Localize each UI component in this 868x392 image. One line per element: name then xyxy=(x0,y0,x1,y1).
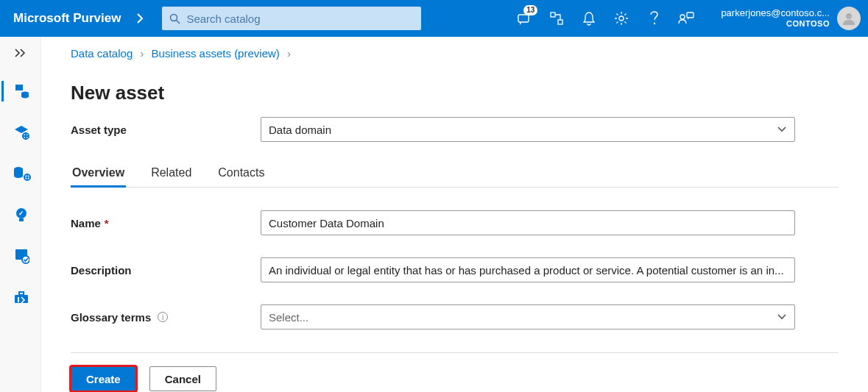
asset-type-row: Asset type Data domain xyxy=(71,112,839,147)
footer: Create Cancel xyxy=(41,353,868,391)
app-title: Microsoft Purview xyxy=(0,11,131,26)
glossary-select[interactable]: Select... xyxy=(261,304,795,329)
breadcrumb-sep-2: › xyxy=(287,47,291,60)
glossary-placeholder: Select... xyxy=(269,311,308,324)
asset-type-label: Asset type xyxy=(71,124,261,136)
toolbox-icon xyxy=(13,289,30,305)
search-icon xyxy=(169,13,180,24)
top-header: Microsoft Purview 13 parkerjon xyxy=(0,0,868,37)
directory-icon xyxy=(549,11,564,26)
svg-rect-23 xyxy=(15,295,28,303)
svg-rect-19 xyxy=(19,218,24,221)
info-icon[interactable]: i xyxy=(158,312,168,322)
account-button[interactable]: parkerjones@contoso.c... CONTOSO xyxy=(721,7,861,30)
svg-rect-25 xyxy=(18,297,19,302)
user-icon xyxy=(841,10,857,26)
tab-overview[interactable]: Overview xyxy=(71,160,126,187)
notification-badge: 13 xyxy=(523,5,537,15)
svg-point-0 xyxy=(171,14,177,21)
chevron-down-icon xyxy=(777,126,787,133)
nav-item-catalog[interactable] xyxy=(6,78,35,104)
form: Asset type Data domain Overview Related … xyxy=(41,104,868,335)
avatar xyxy=(837,7,861,30)
svg-rect-24 xyxy=(19,292,24,295)
chevron-double-right-icon xyxy=(14,49,27,57)
search-box[interactable] xyxy=(162,7,421,30)
help-button[interactable] xyxy=(646,10,662,26)
nav-item-management[interactable] xyxy=(6,284,35,310)
main-content: Data catalog › Business assets (preview)… xyxy=(41,37,868,392)
feedback-button[interactable] xyxy=(678,10,694,26)
user-text: parkerjones@contoso.c... CONTOSO xyxy=(721,7,830,29)
tenant-name: CONTOSO xyxy=(721,18,830,29)
nav-item-map[interactable] xyxy=(6,119,35,146)
svg-line-1 xyxy=(177,20,180,24)
description-label: Description xyxy=(71,264,261,277)
name-row: Name* Customer Data Domain xyxy=(71,205,839,240)
asset-type-select[interactable]: Data domain xyxy=(261,117,795,142)
feedback-icon xyxy=(678,11,694,26)
svg-text:✓: ✓ xyxy=(18,210,24,217)
nav-expand-button[interactable] xyxy=(6,43,35,63)
body: ✓ Data catalog › Business assets (previe… xyxy=(0,37,868,392)
nav-item-policy[interactable] xyxy=(6,243,35,269)
svg-point-22 xyxy=(22,256,29,263)
description-row: Description An individual or legal entit… xyxy=(71,252,839,288)
left-nav: ✓ xyxy=(0,37,41,392)
bell-icon xyxy=(582,11,596,26)
svg-point-5 xyxy=(619,16,624,21)
svg-marker-11 xyxy=(15,126,28,133)
svg-point-6 xyxy=(654,23,655,24)
user-email: parkerjones@contoso.c... xyxy=(721,7,830,18)
svg-rect-8 xyxy=(687,13,694,18)
chevron-right-icon xyxy=(136,13,144,24)
lightbulb-icon: ✓ xyxy=(13,206,29,224)
svg-rect-3 xyxy=(551,13,555,17)
breadcrumb: Data catalog › Business assets (preview)… xyxy=(41,47,868,60)
page-title: New asset xyxy=(41,60,868,104)
cancel-button[interactable]: Cancel xyxy=(149,366,216,391)
create-button[interactable]: Create xyxy=(71,366,136,391)
svg-point-7 xyxy=(680,15,685,19)
fields: Name* Customer Data Domain Description A… xyxy=(71,205,839,335)
required-indicator: * xyxy=(105,217,109,229)
help-icon xyxy=(649,11,659,26)
directory-button[interactable] xyxy=(548,10,565,26)
search-input[interactable] xyxy=(186,13,414,25)
tab-related[interactable]: Related xyxy=(149,160,193,187)
breadcrumb-item-1[interactable]: Data catalog xyxy=(71,47,133,60)
description-value: An individual or legal entity that has o… xyxy=(269,264,784,277)
policy-icon xyxy=(13,247,29,265)
breadcrumb-sep-1: › xyxy=(140,47,144,60)
chat-button[interactable]: 13 xyxy=(516,10,532,26)
catalog-icon xyxy=(13,82,30,100)
data-map-icon xyxy=(13,124,30,141)
name-value: Customer Data Domain xyxy=(269,217,384,229)
header-actions: 13 parkerjones@contoso.c... CONTOSO xyxy=(421,7,868,30)
chevron-down-icon xyxy=(777,313,787,321)
svg-point-9 xyxy=(846,13,852,19)
settings-button[interactable] xyxy=(613,10,629,26)
svg-rect-4 xyxy=(558,20,562,24)
tab-contacts[interactable]: Contacts xyxy=(216,160,266,187)
svg-point-17 xyxy=(26,177,28,179)
notifications-button[interactable] xyxy=(581,10,597,26)
glossary-row: Glossary terms i Select... xyxy=(71,299,839,335)
data-share-icon xyxy=(12,165,31,182)
name-label: Name* xyxy=(71,217,261,229)
svg-rect-2 xyxy=(518,15,529,22)
glossary-label: Glossary terms i xyxy=(71,311,261,324)
gear-icon xyxy=(614,11,629,26)
app-switcher-button[interactable] xyxy=(131,13,149,24)
description-input[interactable]: An individual or legal entity that has o… xyxy=(261,257,795,282)
name-input[interactable]: Customer Data Domain xyxy=(261,210,795,235)
nav-item-insights[interactable]: ✓ xyxy=(6,202,35,228)
asset-type-value: Data domain xyxy=(269,124,331,136)
tabs: Overview Related Contacts xyxy=(71,160,839,188)
nav-item-share[interactable] xyxy=(6,160,35,187)
breadcrumb-item-2[interactable]: Business assets (preview) xyxy=(152,47,280,60)
